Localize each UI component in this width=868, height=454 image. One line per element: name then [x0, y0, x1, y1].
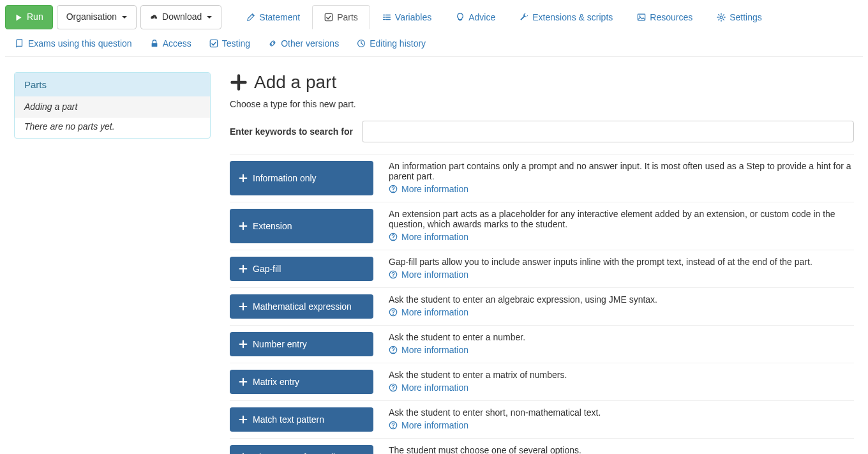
parttype-add-button[interactable]: Information only — [230, 161, 373, 195]
pencil-icon — [246, 13, 255, 22]
primary-toolbar: Run Organisation Download Statement Part… — [5, 0, 863, 29]
nav-exams-using[interactable]: Exams using this question — [15, 38, 132, 49]
plus-icon — [239, 415, 248, 424]
lightbulb-icon — [456, 13, 465, 22]
more-information-link[interactable]: More information — [389, 382, 468, 393]
run-button-label: Run — [27, 11, 43, 24]
nav-exams-label: Exams using this question — [28, 38, 132, 49]
run-button[interactable]: Run — [5, 5, 53, 29]
tab-parts[interactable]: Parts — [312, 5, 370, 29]
plus-icon — [239, 377, 248, 386]
check-square-icon — [324, 13, 333, 22]
lock-icon — [150, 39, 159, 48]
plus-icon — [239, 174, 248, 183]
search-label: Enter keywords to search for — [230, 126, 353, 137]
parttype-add-button[interactable]: Matrix entry — [230, 370, 373, 394]
more-information-label: More information — [401, 345, 468, 355]
more-information-link[interactable]: More information — [389, 184, 468, 194]
more-information-link[interactable]: More information — [389, 307, 468, 317]
parttype-add-button[interactable]: Number entry — [230, 332, 373, 356]
tab-advice[interactable]: Advice — [444, 5, 507, 29]
add-part-title: Add a part — [254, 72, 336, 93]
parttype-description: The student must choose one of several o… — [389, 445, 854, 454]
tab-statement-label: Statement — [259, 12, 300, 22]
tab-settings[interactable]: Settings — [705, 5, 774, 29]
more-information-link[interactable]: More information — [389, 232, 468, 242]
tab-resources[interactable]: Resources — [625, 5, 705, 29]
tab-extensions-label: Extensions & scripts — [532, 12, 613, 22]
tab-settings-label: Settings — [730, 12, 762, 22]
caret-down-icon — [207, 16, 212, 19]
parts-panel-heading: Parts — [15, 73, 210, 96]
cog-icon — [717, 13, 726, 22]
parttype-search-input[interactable] — [362, 121, 854, 142]
nav-editing-history-label: Editing history — [370, 38, 426, 49]
parts-adding-indicator: Adding a part — [15, 96, 210, 117]
nav-testing[interactable]: Testing — [209, 38, 250, 49]
parttype-description-text: Ask the student to enter an algebraic ex… — [389, 294, 854, 305]
parttype-label: Gap-fill — [253, 264, 281, 274]
parttype-description: An information part contains only a prom… — [389, 161, 854, 195]
organisation-dropdown[interactable]: Organisation — [57, 5, 137, 29]
nav-access-label: Access — [163, 38, 191, 49]
play-icon — [15, 13, 23, 22]
more-information-label: More information — [401, 184, 468, 194]
caret-down-icon — [122, 16, 127, 19]
tab-statement[interactable]: Statement — [234, 5, 312, 29]
clock-icon — [357, 39, 366, 48]
more-information-link[interactable]: More information — [389, 269, 468, 280]
download-dropdown[interactable]: Download — [140, 5, 221, 29]
nav-access[interactable]: Access — [150, 38, 191, 49]
more-information-label: More information — [401, 269, 468, 280]
parttype-row: Gap-fillGap-fill parts allow you to incl… — [230, 250, 854, 288]
plus-icon — [230, 73, 248, 91]
secondary-nav: Exams using this question Access Testing… — [5, 29, 863, 57]
check-square-icon — [209, 39, 218, 48]
tab-variables[interactable]: Variables — [370, 5, 444, 29]
cloud-download-icon — [150, 13, 158, 22]
tab-extensions[interactable]: Extensions & scripts — [507, 5, 625, 29]
parttype-label: Match text pattern — [253, 414, 324, 425]
organisation-label: Organisation — [66, 11, 117, 24]
tab-variables-label: Variables — [395, 12, 431, 22]
tab-resources-label: Resources — [650, 12, 692, 22]
nav-editing-history[interactable]: Editing history — [357, 38, 426, 49]
parttype-search-row: Enter keywords to search for — [230, 121, 854, 142]
nav-testing-label: Testing — [222, 38, 250, 49]
parttype-row: Matrix entryAsk the student to enter a m… — [230, 363, 854, 401]
tab-parts-label: Parts — [337, 12, 358, 22]
more-information-link[interactable]: More information — [389, 420, 468, 430]
add-part-content: Add a part Choose a type for this new pa… — [230, 72, 854, 454]
more-information-label: More information — [401, 382, 468, 393]
plus-icon — [239, 222, 248, 231]
question-circle-icon — [389, 185, 398, 193]
question-circle-icon — [389, 308, 398, 317]
book-icon — [15, 39, 24, 48]
add-part-heading: Add a part — [230, 72, 854, 93]
parttype-description-text: Ask the student to enter short, non-math… — [389, 407, 854, 418]
parttype-row: Choose one from a listThe student must c… — [230, 439, 854, 454]
nav-other-versions[interactable]: Other versions — [268, 38, 339, 49]
parttype-add-button[interactable]: Match text pattern — [230, 407, 373, 432]
link-icon — [268, 39, 277, 48]
parttype-description: Ask the student to enter short, non-math… — [389, 407, 854, 432]
plus-icon — [239, 302, 248, 311]
question-circle-icon — [389, 345, 398, 354]
question-circle-icon — [389, 270, 398, 279]
nav-other-versions-label: Other versions — [281, 38, 339, 49]
more-information-link[interactable]: More information — [389, 345, 468, 355]
list-icon — [382, 13, 391, 22]
parttype-add-button[interactable]: Mathematical expression — [230, 294, 373, 319]
question-circle-icon — [389, 232, 398, 241]
parttype-add-button[interactable]: Choose one from a list — [230, 445, 373, 454]
parttype-add-button[interactable]: Extension — [230, 209, 373, 243]
tab-advice-label: Advice — [468, 12, 495, 22]
parttype-row: Information onlyAn information part cont… — [230, 155, 854, 202]
parts-sidebar: Parts Adding a part There are no parts y… — [14, 72, 211, 454]
parttype-add-button[interactable]: Gap-fill — [230, 257, 373, 281]
parts-empty-message: There are no parts yet. — [24, 117, 200, 132]
parttype-description-text: Ask the student to enter a number. — [389, 332, 854, 342]
parttype-row: Number entryAsk the student to enter a n… — [230, 326, 854, 363]
parts-panel: Parts Adding a part There are no parts y… — [14, 72, 211, 139]
parttype-label: Mathematical expression — [253, 301, 352, 312]
